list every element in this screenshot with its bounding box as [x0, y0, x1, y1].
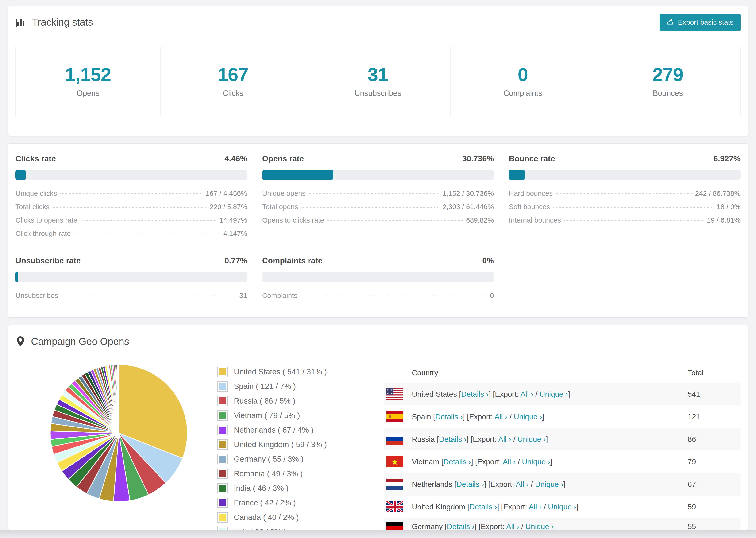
detail-label: Total opens — [262, 203, 298, 211]
detail-label: Unique opens — [262, 189, 306, 197]
legend-swatch — [217, 468, 228, 479]
geo-opens-header: Campaign Geo Opens — [16, 325, 740, 358]
legend-item-india: India ( 46 / 3% ) — [217, 481, 358, 496]
country-name: United States — [412, 390, 459, 398]
total-column-header: Total — [688, 368, 740, 377]
export-all-link[interactable]: All › — [503, 457, 515, 466]
export-unique-link[interactable]: Unique › — [535, 480, 564, 488]
stat-label: Bounces — [595, 89, 740, 98]
legend-swatch — [217, 410, 228, 421]
detail-value: 167 / 4.456% — [206, 189, 247, 197]
legend-label: Netherlands ( 67 / 4% ) — [234, 426, 313, 435]
ru-flag-icon — [387, 434, 404, 445]
detail-label: Hard bounces — [509, 189, 553, 197]
legend-label: United States ( 541 / 31% ) — [234, 367, 327, 376]
export-basic-stats-button[interactable]: Export basic stats — [660, 14, 740, 31]
export-unique-link[interactable]: Unique › — [514, 412, 542, 421]
detail-value: 242 / 86.738% — [695, 189, 741, 197]
details-link[interactable]: Details › — [457, 480, 484, 488]
export-all-link[interactable]: All › — [495, 412, 507, 421]
legend-item-netherlands: Netherlands ( 67 / 4% ) — [217, 423, 358, 437]
legend-label: Canada ( 40 / 2% ) — [234, 513, 299, 522]
detail-label: Complaints — [262, 292, 297, 299]
total-cell: 86 — [688, 435, 740, 444]
tracking-stats-title-text: Tracking stats — [32, 17, 93, 28]
legend-label: India ( 46 / 3% ) — [234, 484, 289, 493]
table-row-united-kingdom: United Kingdom [Details ›] [Export: All … — [384, 496, 740, 518]
rate-block-complaints-rate: Complaints rate0%Complaints0 — [262, 256, 494, 305]
export-all-link[interactable]: All › — [516, 480, 529, 488]
geo-opens-title-text: Campaign Geo Opens — [31, 336, 129, 347]
dotted-leader — [74, 234, 220, 234]
rate-detail-row: Clicks to opens rate14.497% — [16, 216, 247, 230]
details-link[interactable]: Details › — [469, 503, 497, 511]
export-unique-link[interactable]: Unique › — [540, 390, 568, 398]
stat-label: Complaints — [451, 89, 595, 98]
stat-value: 167 — [161, 64, 305, 85]
rate-value: 30.736% — [462, 154, 494, 163]
stat-value: 1,152 — [16, 64, 160, 85]
geo-country-table: Country Total United States [Details ›] … — [384, 363, 740, 530]
country-name: Spain — [412, 412, 433, 421]
table-row-united-states: United States [Details ›] [Export: All ›… — [384, 383, 740, 405]
legend-label: United Kingdom ( 59 / 3% ) — [234, 440, 327, 449]
detail-label: Opens to clicks rate — [262, 216, 324, 224]
pie-slice-other-34[interactable] — [119, 364, 119, 433]
rate-progress-bar — [16, 272, 247, 282]
export-unique-link[interactable]: Unique › — [548, 503, 576, 511]
legend-item-united-states: United States ( 541 / 31% ) — [217, 364, 358, 379]
rate-value: 6.927% — [714, 154, 740, 163]
dotted-leader — [564, 220, 703, 221]
legend-item-united-kingdom: United Kingdom ( 59 / 3% ) — [217, 437, 358, 452]
legend-swatch — [217, 527, 228, 530]
rate-detail-row: Total opens2,303 / 61.446% — [262, 203, 494, 216]
export-unique-link[interactable]: Unique › — [525, 522, 554, 530]
rate-title: Unsubscribe rate — [16, 256, 81, 265]
country-cell: United States [Details ›] [Export: All ›… — [412, 390, 688, 399]
details-link[interactable]: Details › — [444, 457, 471, 466]
country-name: Netherlands — [412, 480, 454, 488]
details-link[interactable]: Details › — [439, 435, 466, 443]
bar-chart-icon — [16, 17, 26, 28]
export-all-link[interactable]: All › — [520, 390, 533, 398]
dotted-leader — [301, 207, 439, 207]
export-all-link[interactable]: All › — [498, 435, 511, 443]
legend-swatch — [217, 425, 228, 435]
dotted-leader — [553, 207, 713, 207]
country-cell: United Kingdom [Details ›] [Export: All … — [412, 503, 688, 511]
rate-progress-bar — [509, 170, 740, 180]
rate-detail-row: Click through rate4.147% — [16, 230, 247, 243]
legend-label: Spain ( 121 / 7% ) — [234, 382, 296, 391]
table-row-vietnam: Vietnam [Details ›] [Export: All › / Uni… — [384, 451, 740, 473]
rate-detail-row: Opens to clicks rate689.82% — [262, 216, 494, 230]
detail-value: 19 / 6.81% — [707, 216, 740, 224]
detail-label: Click through rate — [16, 230, 71, 238]
details-link[interactable]: Details › — [461, 390, 489, 398]
rate-block-opens-rate: Opens rate30.736%Unique opens1,152 / 30.… — [262, 154, 494, 243]
detail-label: Unique clicks — [16, 189, 57, 197]
stat-value: 0 — [451, 64, 595, 85]
nl-flag-icon — [387, 479, 404, 490]
details-link[interactable]: Details › — [447, 522, 474, 530]
rate-detail-row: Complaints0 — [262, 292, 494, 305]
export-all-link[interactable]: All › — [506, 522, 519, 530]
detail-label: Clicks to opens rate — [16, 216, 77, 224]
export-unique-link[interactable]: Unique › — [522, 457, 550, 466]
legend-item-italy: Italy ( 36 / 2% ) — [217, 525, 358, 530]
legend-swatch — [217, 367, 228, 377]
export-all-link[interactable]: All › — [529, 503, 542, 511]
export-unique-link[interactable]: Unique › — [517, 435, 546, 443]
rate-block-clicks-rate: Clicks rate4.46%Unique clicks167 / 4.456… — [16, 154, 247, 243]
country-name: Russia — [412, 435, 437, 443]
country-name: Germany — [412, 522, 445, 530]
geo-pie-chart — [48, 363, 189, 504]
rate-title: Opens rate — [262, 154, 304, 163]
stat-label: Unsubscribes — [305, 89, 450, 98]
dotted-leader — [309, 193, 439, 194]
rate-block-bounce-rate: Bounce rate6.927%Hard bounces242 / 86.73… — [509, 154, 740, 243]
us-flag-icon — [387, 389, 404, 400]
detail-label: Unsubscribes — [16, 292, 58, 299]
details-link[interactable]: Details › — [435, 412, 463, 421]
rate-title: Bounce rate — [509, 154, 555, 163]
legend-swatch — [217, 454, 228, 464]
